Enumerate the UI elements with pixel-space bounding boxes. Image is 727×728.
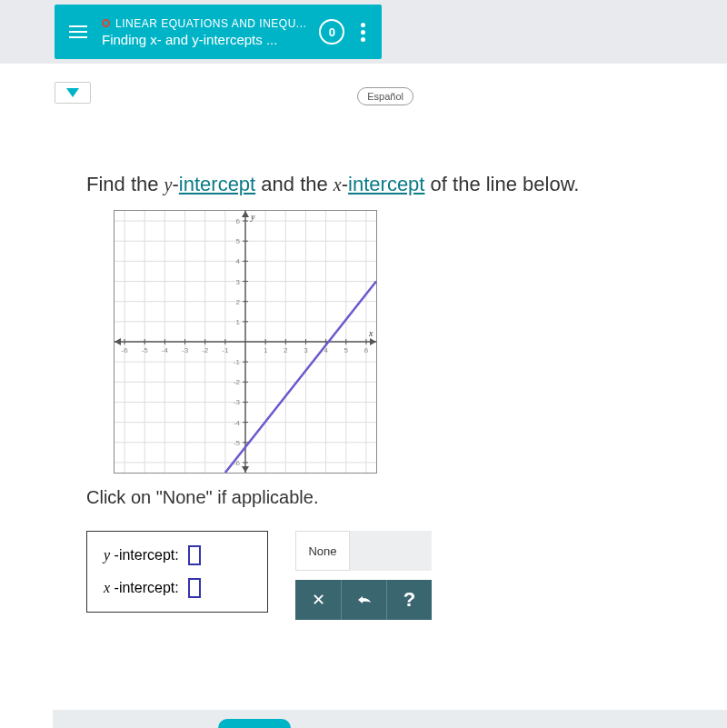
footer-bar: [53, 710, 727, 728]
svg-text:5: 5: [236, 237, 241, 245]
svg-text:-6: -6: [122, 346, 129, 354]
svg-text:-2: -2: [202, 346, 209, 354]
svg-text:5: 5: [344, 346, 349, 354]
graph: -6-5-4-3-2-1123456-6-5-4-3-2-1123456xy: [114, 210, 377, 474]
tool-panel: None ✕ ?: [295, 531, 432, 620]
svg-text:2: 2: [284, 346, 288, 354]
question-text: Find the y-intercept and the x-intercept…: [86, 173, 672, 196]
svg-text:-2: -2: [234, 378, 241, 386]
svg-text:x: x: [368, 328, 373, 338]
more-icon[interactable]: [357, 19, 369, 45]
svg-text:3: 3: [304, 346, 308, 354]
svg-text:-5: -5: [142, 346, 149, 354]
record-icon: [102, 19, 110, 27]
content-area: Find the y-intercept and the x-intercept…: [0, 64, 727, 620]
tool-spacer: [350, 531, 432, 571]
language-button[interactable]: Español: [357, 87, 413, 105]
svg-marker-31: [242, 211, 249, 217]
svg-text:-4: -4: [234, 419, 241, 427]
svg-text:3: 3: [236, 278, 241, 286]
y-label-text: -intercept:: [110, 547, 179, 563]
svg-text:1: 1: [236, 318, 241, 326]
y-intercept-row: y -intercept:: [104, 545, 251, 565]
x-variable: x: [334, 175, 342, 194]
svg-text:6: 6: [364, 346, 369, 354]
svg-marker-0: [66, 88, 79, 97]
y-variable: y: [164, 175, 173, 194]
progress-counter[interactable]: 0: [319, 19, 344, 45]
x-intercept-row: x -intercept:: [104, 578, 251, 598]
menu-icon[interactable]: [67, 24, 89, 40]
svg-marker-30: [115, 338, 121, 345]
dropdown-toggle[interactable]: [55, 82, 91, 104]
instruction-text: Click on "None" if applicable.: [86, 487, 672, 508]
svg-text:2: 2: [236, 298, 241, 306]
svg-text:4: 4: [236, 257, 241, 265]
x-intercept-link[interactable]: intercept: [348, 173, 424, 195]
y-intercept-input[interactable]: [188, 545, 201, 565]
question-post: of the line below.: [424, 173, 579, 195]
svg-text:-4: -4: [162, 346, 169, 354]
help-button[interactable]: ?: [386, 580, 432, 620]
topic-title: Finding x- and y-intercepts ...: [102, 32, 306, 47]
svg-text:-3: -3: [182, 346, 189, 354]
svg-text:-1: -1: [234, 358, 241, 366]
svg-text:6: 6: [236, 217, 241, 225]
svg-marker-29: [370, 338, 376, 345]
svg-text:1: 1: [264, 346, 268, 354]
svg-text:-1: -1: [222, 346, 229, 354]
question-mid: and the: [255, 173, 334, 195]
svg-text:-5: -5: [234, 439, 241, 447]
undo-icon: [354, 593, 374, 606]
top-bar: LINEAR EQUATIONS AND INEQU... Finding x-…: [0, 0, 727, 64]
header-text: LINEAR EQUATIONS AND INEQU... Finding x-…: [102, 17, 306, 47]
svg-text:y: y: [250, 212, 255, 222]
x-intercept-input[interactable]: [188, 578, 201, 598]
none-button[interactable]: None: [295, 531, 350, 571]
clear-button[interactable]: ✕: [295, 580, 341, 620]
question-pre: Find the: [86, 173, 164, 195]
svg-text:-3: -3: [234, 398, 241, 406]
category-label: LINEAR EQUATIONS AND INEQU...: [102, 17, 306, 30]
header: LINEAR EQUATIONS AND INEQU... Finding x-…: [55, 5, 382, 59]
undo-button[interactable]: [341, 580, 386, 620]
x-label-text: -intercept:: [110, 580, 179, 595]
y-intercept-link[interactable]: intercept: [179, 173, 255, 195]
answer-box: y -intercept: x -intercept:: [86, 531, 268, 613]
category-text: LINEAR EQUATIONS AND INEQU...: [115, 17, 306, 30]
answer-area: y -intercept: x -intercept: None ✕ ?: [86, 531, 672, 620]
footer-pill: [218, 719, 291, 728]
svg-marker-32: [242, 466, 249, 473]
